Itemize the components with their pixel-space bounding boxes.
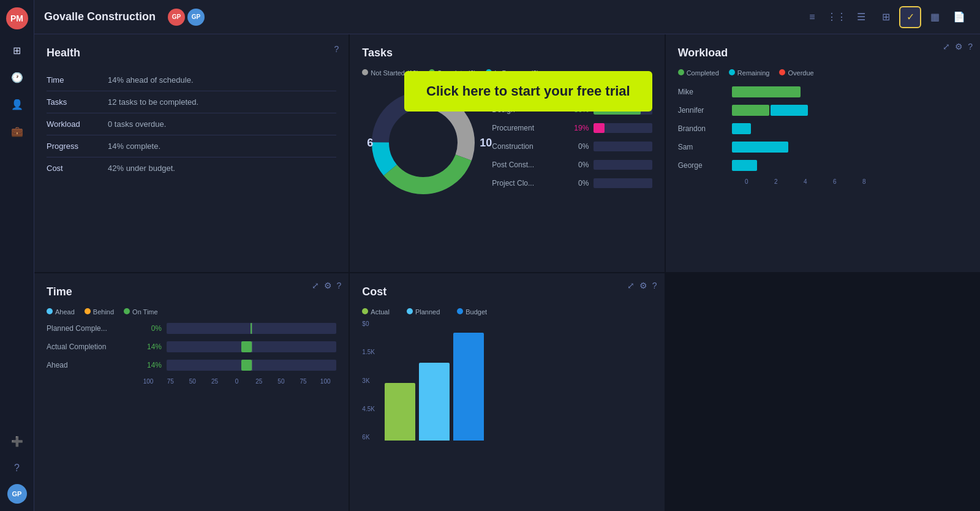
time-bar-row: Actual Completion 14% bbox=[47, 341, 336, 352]
cost-bar bbox=[419, 363, 450, 441]
cost-expand-icon[interactable]: ⤢ bbox=[627, 281, 635, 290]
health-row: Tasks12 tasks to be completed. bbox=[47, 91, 336, 113]
workload-actions: ⤢ ⚙ ? bbox=[943, 42, 973, 51]
workload-completed-bar bbox=[732, 105, 769, 116]
cost-legend: ActualPlannedBudget bbox=[362, 308, 652, 316]
grid-view-button[interactable]: ⊞ bbox=[875, 6, 897, 28]
workload-panel: Workload ⤢ ⚙ ? CompletedRemainingOverdue… bbox=[666, 34, 980, 272]
task-bar-label: Construction bbox=[492, 142, 559, 151]
doc-view-button[interactable]: 📄 bbox=[948, 6, 970, 28]
time-bar-row: Ahead 14% bbox=[47, 360, 336, 371]
health-value: 0 tasks overdue. bbox=[108, 113, 336, 135]
workload-help-icon[interactable]: ? bbox=[968, 42, 973, 51]
workload-legend: CompletedRemainingOverdue bbox=[678, 69, 968, 77]
workload-axis-label: 4 bbox=[791, 178, 820, 185]
workload-expand-icon[interactable]: ⤢ bbox=[943, 42, 950, 51]
time-bar-row: Planned Comple... 0% bbox=[47, 323, 336, 334]
sidebar-item-users[interactable]: 👤 bbox=[6, 93, 28, 115]
time-axis-label: 75 bbox=[292, 378, 314, 385]
cost-legend-item: Budget bbox=[457, 308, 487, 316]
list-view-button[interactable]: ≡ bbox=[801, 6, 823, 28]
health-value: 14% complete. bbox=[108, 135, 336, 157]
cost-legend-item: Planned bbox=[407, 308, 440, 316]
task-bar-fill bbox=[594, 123, 605, 133]
task-bar-row: Project Clo... 0% bbox=[492, 178, 652, 188]
time-axis-label: 75 bbox=[159, 378, 181, 385]
time-bar-track bbox=[167, 323, 336, 334]
time-axis-label: 25 bbox=[203, 378, 225, 385]
workload-remaining-bar bbox=[732, 160, 757, 171]
avatar-user2[interactable]: GP bbox=[187, 9, 205, 26]
workload-completed-bar bbox=[732, 86, 801, 97]
health-row: Time14% ahead of schedule. bbox=[47, 69, 336, 91]
workload-axis-label: 0 bbox=[732, 178, 761, 185]
task-bar-track bbox=[594, 142, 652, 151]
workload-bars: Mike Jennifer Brandon Sam bbox=[678, 86, 968, 171]
task-bar-pct: 0% bbox=[564, 179, 589, 187]
workload-person-bars bbox=[732, 123, 751, 134]
avatar[interactable]: GP bbox=[7, 484, 27, 504]
app-logo[interactable]: PM bbox=[6, 7, 28, 29]
time-expand-icon[interactable]: ⤢ bbox=[312, 281, 319, 290]
health-panel: Health ? Time14% ahead of schedule.Tasks… bbox=[34, 34, 349, 272]
time-axis-label: 50 bbox=[181, 378, 203, 385]
tasks-title: Tasks bbox=[362, 47, 652, 59]
time-help-icon[interactable]: ? bbox=[337, 281, 342, 290]
workload-person-bars bbox=[732, 160, 757, 171]
time-panel: Time ⤢ ⚙ ? AheadBehindOn Time Planned Co… bbox=[34, 273, 349, 511]
topbar: Govalle Construction GP GP ≡ ⋮⋮ ☰ ⊞ ✓ ▦ … bbox=[34, 0, 980, 34]
sidebar-item-home[interactable]: ⊞ bbox=[6, 39, 28, 61]
time-settings-icon[interactable]: ⚙ bbox=[324, 281, 332, 290]
health-row: Cost42% under budget. bbox=[47, 157, 336, 180]
time-axis: 1007550250255075100 bbox=[47, 378, 336, 385]
time-bar-label: Ahead bbox=[47, 361, 132, 369]
cost-legend-item: Actual bbox=[362, 308, 390, 316]
cost-help-icon[interactable]: ? bbox=[652, 281, 657, 290]
gantt-view-button[interactable]: ⋮⋮ bbox=[826, 6, 848, 28]
time-legend-item: Ahead bbox=[47, 308, 75, 316]
health-label: Cost bbox=[47, 157, 108, 180]
tasks-panel: Tasks Not Started (10)Complete (6)In Pro… bbox=[350, 34, 664, 272]
view-toolbar: ≡ ⋮⋮ ☰ ⊞ ✓ ▦ 📄 bbox=[801, 6, 970, 28]
task-bar-label: Project Clo... bbox=[492, 179, 559, 187]
project-title: Govalle Construction bbox=[44, 10, 156, 23]
donut-label-notstarted: 10 bbox=[480, 137, 492, 150]
workload-person-row: Jennifer bbox=[678, 105, 968, 116]
time-bar-fill bbox=[241, 360, 252, 371]
cost-panel: Cost ⤢ ⚙ ? ActualPlannedBudget 6K4.5K3K1… bbox=[350, 273, 664, 511]
workload-person-bars bbox=[732, 86, 801, 97]
health-row: Workload0 tasks overdue. bbox=[47, 113, 336, 135]
health-value: 12 tasks to be completed. bbox=[108, 91, 336, 113]
task-bar-row: Construction 0% bbox=[492, 142, 652, 151]
main-content: Govalle Construction GP GP ≡ ⋮⋮ ☰ ⊞ ✓ ▦ … bbox=[34, 0, 980, 511]
cost-y-label: 3K bbox=[362, 377, 375, 384]
filter-button[interactable]: ☰ bbox=[850, 6, 872, 28]
time-bar-fill bbox=[251, 323, 252, 334]
workload-person-name: Brandon bbox=[678, 124, 727, 133]
sidebar-item-add[interactable]: ➕ bbox=[6, 430, 28, 452]
workload-settings-icon[interactable]: ⚙ bbox=[955, 42, 963, 51]
workload-remaining-bar bbox=[771, 105, 808, 116]
time-axis-label: 100 bbox=[314, 378, 336, 385]
workload-person-row: Brandon bbox=[678, 123, 968, 134]
workload-axis-label: 8 bbox=[850, 178, 879, 185]
time-axis-label: 100 bbox=[137, 378, 159, 385]
time-legend-item: Behind bbox=[85, 308, 114, 316]
cost-chart: 6K4.5K3K1.5K$0 bbox=[362, 320, 652, 455]
health-help-icon[interactable]: ? bbox=[334, 44, 339, 54]
cost-settings-icon[interactable]: ⚙ bbox=[639, 281, 647, 290]
health-label: Time bbox=[47, 69, 108, 91]
sidebar-item-help[interactable]: ? bbox=[6, 457, 28, 479]
sidebar-item-time[interactable]: 🕐 bbox=[6, 66, 28, 88]
analytics-view-button[interactable]: ✓ bbox=[899, 6, 921, 28]
health-row: Progress14% complete. bbox=[47, 135, 336, 157]
workload-person-row: Mike bbox=[678, 86, 968, 97]
health-label: Progress bbox=[47, 135, 108, 157]
workload-legend-item: Overdue bbox=[779, 69, 813, 77]
workload-person-bars bbox=[732, 142, 788, 153]
cta-banner[interactable]: Click here to start your free trial bbox=[404, 71, 652, 112]
sidebar-item-portfolio[interactable]: 💼 bbox=[6, 120, 28, 142]
task-bar-pct: 0% bbox=[564, 142, 589, 151]
calendar-view-button[interactable]: ▦ bbox=[924, 6, 946, 28]
avatar-user1[interactable]: GP bbox=[168, 9, 185, 26]
